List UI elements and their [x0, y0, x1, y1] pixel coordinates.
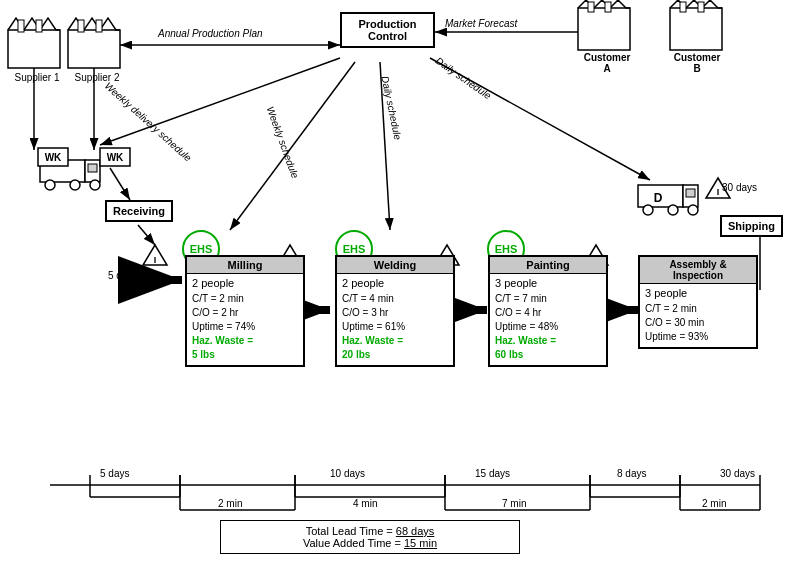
- assembly-uptime: Uptime = 93%: [645, 330, 751, 344]
- total-lead-time-value: 68 days: [396, 525, 435, 537]
- timeline-30days: 30 days: [720, 468, 755, 479]
- days-5-label: 5 days: [108, 270, 137, 281]
- svg-rect-14: [698, 2, 704, 12]
- supplier-truck-icon: [40, 160, 100, 190]
- daily-schedule-label: Daily schedule: [379, 75, 403, 141]
- daily-schedule2-label: Daily schedule: [434, 55, 494, 101]
- supplier2-icon: [68, 18, 120, 68]
- timeline-2min: 2 min: [218, 498, 242, 509]
- svg-line-53: [230, 62, 355, 230]
- summary-box: Total Lead Time = 68 days Value Added Ti…: [220, 520, 520, 554]
- assembly-ct: C/T = 2 min: [645, 302, 751, 316]
- svg-line-52: [100, 58, 340, 145]
- svg-rect-12: [670, 8, 722, 50]
- svg-rect-5: [36, 20, 42, 32]
- timeline-5days: 5 days: [100, 468, 129, 479]
- va-time-value: 15 min: [404, 537, 437, 549]
- timeline-7min: 7 min: [502, 498, 526, 509]
- welding-people: 2 people: [342, 277, 448, 289]
- svg-rect-10: [588, 2, 594, 12]
- svg-marker-22: [683, 185, 698, 207]
- svg-rect-11: [605, 2, 611, 12]
- shipping-truck-icon: D: [638, 185, 698, 215]
- svg-rect-7: [78, 20, 84, 32]
- customerB-icon: [670, 0, 722, 50]
- receiving-label: Receiving: [113, 205, 165, 217]
- supplier2-label: Supplier 2: [68, 72, 126, 83]
- customerA-label: CustomerA: [578, 52, 636, 74]
- svg-point-24: [643, 205, 653, 215]
- welding-co: C/O = 3 hr: [342, 306, 448, 320]
- svg-rect-17: [88, 164, 97, 172]
- welding-header: Welding: [337, 257, 453, 274]
- svg-point-19: [70, 180, 80, 190]
- svg-line-44: [138, 225, 155, 245]
- customerB-label: CustomerB: [668, 52, 726, 74]
- painting-ct: C/T = 7 min: [495, 292, 601, 306]
- milling-process-box: Milling 2 people C/T = 2 min C/O = 2 hr …: [185, 255, 305, 367]
- svg-point-20: [90, 180, 100, 190]
- milling-haz-waste: Haz. Waste =5 lbs: [192, 334, 298, 362]
- milling-co: C/O = 2 hr: [192, 306, 298, 320]
- weekly-delivery-label: Weekly delivery schedule: [103, 80, 194, 164]
- svg-point-18: [45, 180, 55, 190]
- weekly-schedule-label: Weekly schedule: [265, 105, 301, 180]
- painting-uptime: Uptime = 48%: [495, 320, 601, 334]
- receiving-box: Receiving: [105, 200, 173, 222]
- svg-rect-29: [38, 148, 68, 166]
- svg-text:I: I: [717, 187, 720, 197]
- timeline-4min: 4 min: [353, 498, 377, 509]
- svg-rect-3: [8, 30, 60, 68]
- svg-rect-9: [578, 8, 630, 50]
- painting-process-box: Painting 3 people C/T = 7 min C/O = 4 hr…: [488, 255, 608, 367]
- svg-rect-31: [100, 148, 130, 166]
- diagram: D I WK WK I I I I: [0, 0, 798, 562]
- production-control-box: Production Control: [340, 12, 435, 48]
- svg-rect-21: [638, 185, 683, 207]
- svg-point-25: [668, 205, 678, 215]
- timeline-2min-assembly: 2 min: [702, 498, 726, 509]
- svg-text:WK: WK: [107, 152, 124, 163]
- svg-rect-13: [680, 2, 686, 12]
- welding-ct: C/T = 4 min: [342, 292, 448, 306]
- painting-haz-waste: Haz. Waste =60 lbs: [495, 334, 601, 362]
- welding-process-box: Welding 2 people C/T = 4 min C/O = 3 hr …: [335, 255, 455, 367]
- assembly-header: Assembly &Inspection: [640, 257, 756, 284]
- days-30-shipping-label: 30 days: [722, 182, 757, 193]
- svg-marker-16: [85, 160, 100, 182]
- summary-line1: Total Lead Time = 68 days: [231, 525, 509, 537]
- welding-uptime: Uptime = 61%: [342, 320, 448, 334]
- svg-marker-33: [143, 245, 167, 265]
- svg-text:WK: WK: [45, 152, 62, 163]
- milling-people: 2 people: [192, 277, 298, 289]
- production-control-label: Production Control: [358, 18, 416, 42]
- assembly-process-box: Assembly &Inspection 3 people C/T = 2 mi…: [638, 255, 758, 349]
- milling-header: Milling: [187, 257, 303, 274]
- svg-line-43: [110, 168, 130, 200]
- svg-rect-4: [18, 20, 24, 32]
- svg-point-26: [688, 205, 698, 215]
- svg-rect-6: [68, 30, 120, 68]
- svg-rect-8: [96, 20, 102, 32]
- assembly-co: C/O = 30 min: [645, 316, 751, 330]
- supplier1-icon: [8, 18, 60, 68]
- milling-ct: C/T = 2 min: [192, 292, 298, 306]
- shipping-label: Shipping: [728, 220, 775, 232]
- supplier1-label: Supplier 1: [8, 72, 66, 83]
- painting-co: C/O = 4 hr: [495, 306, 601, 320]
- timeline-15days: 15 days: [475, 468, 510, 479]
- svg-text:I: I: [154, 255, 157, 265]
- painting-people: 3 people: [495, 277, 601, 289]
- timeline-8days: 8 days: [617, 468, 646, 479]
- svg-text:D: D: [654, 191, 663, 205]
- timeline-10days: 10 days: [330, 468, 365, 479]
- market-forecast-label: Market Forecast: [445, 18, 517, 29]
- annual-plan-label: Annual Production Plan: [158, 28, 263, 39]
- svg-rect-23: [686, 189, 695, 197]
- welding-haz-waste: Haz. Waste =20 lbs: [342, 334, 448, 362]
- summary-line2: Value Added Time = 15 min: [231, 537, 509, 549]
- assembly-people: 3 people: [645, 287, 751, 299]
- painting-header: Painting: [490, 257, 606, 274]
- milling-uptime: Uptime = 74%: [192, 320, 298, 334]
- shipping-box: Shipping: [720, 215, 783, 237]
